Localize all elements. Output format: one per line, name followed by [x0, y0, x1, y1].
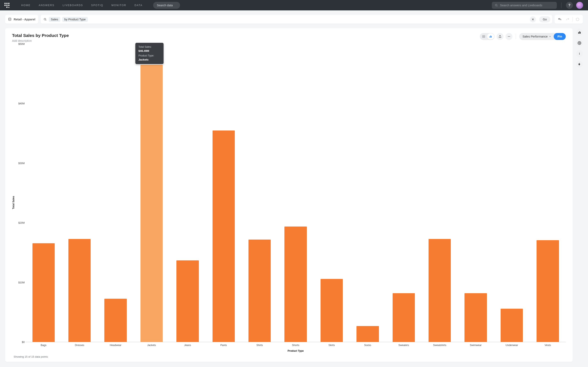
bar-slot[interactable]	[494, 44, 530, 342]
more-icon	[507, 35, 511, 38]
bar-swimwear[interactable]	[465, 293, 487, 342]
x-tick-label: Headwear	[98, 342, 134, 347]
svg-point-24	[509, 36, 509, 37]
top-nav: Home Answers Liveboards SpotIQ Monitor D…	[0, 0, 588, 10]
tooltip-dim-value: Jackets	[138, 58, 160, 62]
reset-button[interactable]	[574, 16, 581, 23]
chart-view-button[interactable]	[487, 33, 494, 40]
more-button[interactable]	[506, 33, 512, 40]
card-header: Total Sales by Product Type Add descript…	[12, 33, 566, 42]
bar-slot[interactable]	[61, 44, 97, 342]
nav-home[interactable]: Home	[17, 0, 35, 10]
redo-button[interactable]	[564, 16, 571, 23]
svg-rect-20	[490, 36, 490, 38]
y-axis-label: Total Sales	[12, 42, 15, 352]
undo-button[interactable]	[556, 16, 563, 23]
bar-jeans[interactable]	[176, 260, 199, 342]
main-area: Total Sales by Product Type Add descript…	[0, 28, 588, 367]
settings-button[interactable]	[576, 40, 583, 47]
nav-data[interactable]: Data	[130, 0, 147, 10]
svg-point-7	[8, 7, 9, 8]
bar-headwear[interactable]	[104, 299, 127, 342]
help-button[interactable]: ?	[566, 2, 573, 9]
go-button[interactable]: Go	[539, 16, 550, 22]
bar-slot[interactable]	[458, 44, 494, 342]
x-tick-label: Vests	[530, 342, 566, 347]
table-view-button[interactable]	[480, 33, 487, 40]
svg-rect-6	[6, 7, 8, 8]
bar-slot[interactable]	[278, 44, 314, 342]
configure-chart-button[interactable]	[576, 29, 583, 36]
bar-skirts[interactable]	[320, 279, 343, 342]
bar-dresses[interactable]	[68, 239, 91, 342]
liveboard-selector[interactable]: Sales Performance	[519, 35, 554, 38]
svg-line-12	[45, 20, 46, 20]
search-data-button[interactable]: Search data	[153, 2, 180, 9]
y-tick-label: $30M	[15, 162, 25, 165]
data-source-chip[interactable]: Retail - Apparel	[5, 15, 38, 24]
svg-rect-26	[578, 32, 579, 34]
bar-bags[interactable]	[33, 243, 55, 342]
bar-sweaters[interactable]	[393, 293, 415, 342]
svg-point-10	[9, 18, 11, 19]
bar-slot[interactable]	[170, 44, 206, 342]
clear-query-button[interactable]	[530, 16, 536, 22]
y-tick-label: $10M	[15, 281, 25, 284]
svg-rect-5	[8, 5, 9, 6]
query-token-product-type[interactable]: by Product Type	[62, 17, 88, 22]
bar-slot[interactable]	[350, 44, 386, 342]
bar-slot[interactable]	[242, 44, 277, 342]
bar-socks[interactable]	[356, 326, 379, 342]
bar-slot[interactable]	[98, 44, 134, 342]
spotiq-button[interactable]	[576, 61, 583, 68]
bar-slot[interactable]	[134, 44, 169, 342]
query-bar[interactable]: Sales by Product Type Go	[41, 15, 552, 24]
x-tick-label: Socks	[350, 342, 386, 347]
bar-slot[interactable]	[206, 44, 242, 342]
x-tick-label: Sweaters	[386, 342, 422, 347]
nav-links: Home Answers Liveboards SpotIQ Monitor D…	[17, 0, 147, 10]
nav-spotiq[interactable]: SpotIQ	[87, 0, 107, 10]
bar-underwear[interactable]	[501, 309, 523, 342]
share-icon	[498, 35, 502, 38]
svg-rect-27	[579, 31, 580, 34]
svg-rect-0	[4, 3, 6, 4]
pin-button[interactable]: Pin	[554, 33, 566, 40]
chart-icon	[578, 31, 581, 34]
nav-answers[interactable]: Answers	[35, 0, 59, 10]
pin-group: Sales Performance Pin	[519, 33, 566, 40]
nav-monitor[interactable]: Monitor	[107, 0, 130, 10]
nav-liveboards[interactable]: Liveboards	[59, 0, 87, 10]
bar-slot[interactable]	[26, 44, 61, 342]
svg-point-25	[510, 36, 510, 37]
info-button[interactable]	[576, 50, 583, 57]
bar-slot[interactable]	[314, 44, 350, 342]
bar-jackets[interactable]	[140, 65, 163, 342]
svg-rect-22	[491, 36, 492, 38]
bar-slot[interactable]	[530, 44, 566, 342]
data-source-label: Retail - Apparel	[14, 18, 35, 21]
svg-point-31	[579, 53, 580, 53]
bar-sweatshirts[interactable]	[429, 239, 451, 342]
bar-slot[interactable]	[386, 44, 422, 342]
bar-shorts[interactable]	[285, 226, 307, 342]
share-button[interactable]	[497, 33, 503, 40]
x-tick-label: Skirts	[314, 342, 350, 347]
user-avatar[interactable]	[576, 2, 583, 9]
bar-slot[interactable]	[422, 44, 458, 342]
chart-plot[interactable]: Total Sales: $46.49M Product Type: Jacke…	[15, 42, 566, 342]
answer-card: Total Sales by Product Type Add descript…	[5, 28, 573, 362]
right-rail	[576, 28, 583, 362]
app-logo[interactable]	[3, 2, 11, 9]
description-placeholder[interactable]: Add description	[12, 39, 480, 42]
query-token-sales[interactable]: Sales	[49, 17, 60, 22]
bar-vests[interactable]	[536, 240, 559, 342]
bar-pants[interactable]	[213, 131, 235, 342]
svg-point-11	[44, 18, 46, 20]
bar-shirts[interactable]	[249, 240, 271, 342]
gear-icon	[578, 41, 581, 45]
x-axis-ticks: BagsDressesHeadwearJacketsJeansPantsShir…	[26, 342, 566, 347]
global-search[interactable]	[492, 2, 557, 9]
chart-title: Total Sales by Product Type	[12, 33, 480, 38]
global-search-input[interactable]	[500, 4, 554, 7]
